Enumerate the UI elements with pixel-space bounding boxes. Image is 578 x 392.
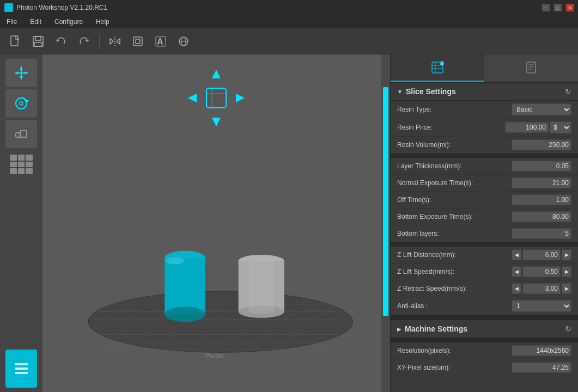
tab-slice-settings[interactable]: ⚙ (391, 54, 484, 82)
normal-exposure-input[interactable] (512, 177, 571, 188)
left-toolbar (0, 54, 42, 392)
off-time-input[interactable] (512, 194, 571, 205)
save-button[interactable] (28, 32, 48, 51)
grid-tool[interactable] (5, 150, 37, 179)
xy-pixel-label: XY-Pixel size(um): (397, 364, 451, 371)
z-lift-distance-label: Z Lift Distance(mm): (397, 251, 456, 259)
anti-alias-label: Anti-alias : (397, 302, 428, 310)
menu-edit[interactable]: Edit (28, 17, 44, 27)
normal-exposure-label: Normal Exposure Time(s): (397, 179, 473, 187)
menu-file[interactable]: File (4, 17, 19, 27)
z-lift-distance-control: ◀ ▶ (512, 249, 571, 260)
z-retract-speed-row: Z Retract Speed(mm/s): ◀ ▶ (391, 280, 578, 297)
currency-select[interactable]: $ € £ (550, 121, 571, 133)
bottom-layers-row: Bottom layers: (391, 225, 578, 242)
bottom-layers-input[interactable] (512, 228, 571, 239)
slice-settings-header: ▼ Slice Settings ↻ (391, 82, 578, 101)
settings-panel: ▼ Slice Settings ↻ Resin Type: Basic Fle… (391, 82, 578, 392)
anti-alias-control: 1 2 4 8 (512, 300, 571, 312)
svg-rect-23 (16, 133, 20, 137)
minimize-button[interactable]: − (542, 4, 550, 11)
svg-rect-0 (11, 36, 18, 46)
z-lift-distance-dec[interactable]: ◀ (512, 249, 521, 260)
scrollbar-thumb[interactable] (383, 87, 388, 316)
z-lift-distance-input[interactable] (522, 249, 561, 260)
svg-point-56 (166, 258, 184, 265)
tab-machine-settings[interactable] (484, 54, 578, 82)
redo-button[interactable] (74, 32, 94, 51)
svg-point-55 (165, 307, 205, 322)
z-retract-speed-control: ◀ ▶ (512, 283, 571, 294)
hollow-button[interactable] (128, 32, 148, 51)
normal-exposure-control (512, 177, 571, 188)
maximize-button[interactable]: □ (554, 4, 562, 11)
machine-settings-title: Machine Settings (405, 324, 467, 333)
svg-text:A: A (157, 37, 163, 46)
text-button[interactable]: A (151, 32, 171, 51)
svg-rect-8 (136, 39, 140, 44)
divider4 (391, 338, 578, 342)
layer-thickness-row: Layer Thickness(mm): (391, 158, 578, 175)
layer-thickness-input[interactable] (512, 161, 571, 171)
z-retract-speed-dec[interactable]: ◀ (512, 283, 521, 294)
machine-collapse-arrow[interactable]: ▶ (397, 326, 401, 332)
scene-svg: Photon (42, 54, 390, 392)
svg-rect-2 (35, 36, 41, 40)
z-retract-speed-inc[interactable]: ▶ (562, 283, 571, 294)
bottom-exposure-input[interactable] (512, 211, 571, 222)
app-icon (4, 3, 13, 12)
window-controls: − □ ✕ (542, 4, 574, 11)
xy-pixel-input[interactable] (512, 362, 571, 373)
z-lift-speed-dec[interactable]: ◀ (512, 266, 521, 277)
z-lift-distance-inc[interactable]: ▶ (562, 249, 571, 260)
z-lift-speed-row: Z Lift Speed(mm/s): ◀ ▶ (391, 264, 578, 280)
resolution-input[interactable] (512, 345, 571, 356)
rotate-tool[interactable] (5, 89, 37, 118)
xy-pixel-row: XY-Pixel size(um): (391, 359, 578, 376)
svg-rect-24 (20, 131, 27, 137)
svg-rect-27 (15, 367, 28, 370)
layers-tool[interactable] (5, 350, 37, 388)
slice-collapse-arrow[interactable]: ▼ (397, 89, 403, 95)
resin-type-control: Basic Flexible Castable (512, 103, 571, 115)
z-lift-speed-inc[interactable]: ▶ (562, 266, 571, 277)
close-button[interactable]: ✕ (566, 4, 574, 11)
titlebar-left: Photon Workshop V2.1.20.RC1 (4, 3, 107, 12)
sphere-button[interactable] (174, 32, 193, 51)
new-button[interactable] (5, 32, 25, 51)
viewport-scrollbar[interactable] (381, 54, 390, 392)
viewport[interactable]: Photon (42, 54, 390, 392)
resin-type-select[interactable]: Basic Flexible Castable (512, 103, 571, 115)
svg-rect-3 (34, 42, 42, 46)
bottom-exposure-row: Bottom Exposure Time(s): (391, 209, 578, 225)
z-lift-speed-control: ◀ ▶ (512, 266, 571, 277)
menu-help[interactable]: Help (94, 17, 112, 27)
resin-price-input[interactable] (505, 122, 549, 133)
slice-refresh-button[interactable]: ↻ (565, 87, 571, 96)
resin-type-label: Resin Type: (397, 106, 431, 113)
off-time-row: Off Time(s): (391, 192, 578, 209)
layer-thickness-control (512, 161, 571, 171)
resin-type-row: Resin Type: Basic Flexible Castable (391, 101, 578, 119)
undo-button[interactable] (51, 32, 71, 51)
right-tabs: ⚙ (391, 54, 578, 82)
machine-settings-header: ▶ Machine Settings ↻ (391, 320, 578, 338)
resin-volume-control (512, 139, 571, 150)
anti-alias-select[interactable]: 1 2 4 8 (512, 300, 571, 312)
resolution-control (512, 345, 571, 356)
scale-tool[interactable] (5, 120, 37, 148)
off-time-control (512, 194, 571, 205)
machine-refresh-button[interactable]: ↻ (565, 324, 571, 333)
normal-exposure-row: Normal Exposure Time(s): (391, 175, 578, 192)
z-lift-speed-input[interactable] (522, 266, 561, 277)
resin-price-row: Resin Price: $ € £ (391, 119, 578, 137)
move-tool[interactable] (5, 59, 37, 87)
mirror-button[interactable] (105, 32, 125, 51)
bottom-exposure-control (512, 211, 571, 222)
svg-text:⚙: ⚙ (441, 62, 443, 65)
svg-rect-26 (15, 363, 28, 365)
menu-configure[interactable]: Configure (52, 17, 85, 27)
resin-volume-input[interactable] (512, 139, 571, 150)
resin-volume-row: Resin Volume(ml): (391, 137, 578, 154)
z-retract-speed-input[interactable] (522, 283, 561, 294)
